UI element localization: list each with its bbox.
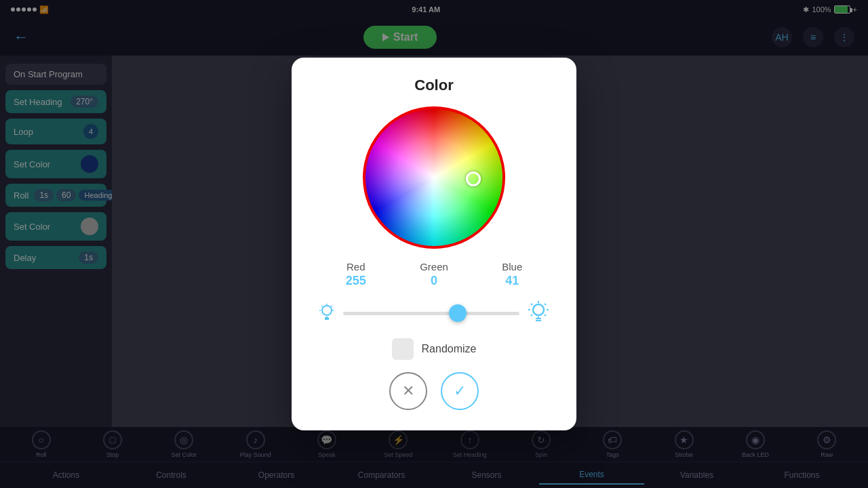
dim-icon [319, 303, 335, 323]
red-value: 255 [346, 274, 366, 288]
dim-bulb-svg [319, 303, 335, 323]
modal-title: Color [414, 77, 453, 94]
rgb-labels: Red 255 Green 0 Blue 41 [312, 261, 556, 288]
color-modal: Color [292, 58, 576, 430]
svg-line-18 [545, 304, 546, 305]
brightness-slider[interactable] [343, 312, 519, 315]
color-wheel-container[interactable] [363, 106, 505, 249]
randomize-label: Randomize [422, 343, 477, 355]
slider-thumb[interactable] [449, 304, 467, 322]
bright-bulb-svg [528, 300, 549, 326]
color-wheel[interactable] [363, 106, 505, 249]
green-label: Green [420, 261, 448, 272]
svg-line-15 [531, 304, 532, 305]
svg-line-20 [545, 314, 546, 316]
bright-icon [528, 300, 549, 326]
svg-line-9 [332, 306, 333, 307]
green-value: 0 [431, 274, 437, 288]
color-wheel-cursor[interactable] [466, 171, 481, 186]
blue-label: Blue [502, 261, 522, 272]
cancel-button[interactable]: ✕ [389, 372, 427, 410]
svg-line-19 [531, 314, 532, 316]
svg-line-6 [321, 306, 323, 307]
svg-point-1 [322, 306, 332, 315]
randomize-row: Randomize [392, 338, 477, 360]
svg-point-10 [533, 304, 544, 315]
randomize-checkbox[interactable] [392, 338, 414, 360]
red-label: Red [347, 261, 366, 272]
rgb-red: Red 255 [346, 261, 366, 288]
rgb-blue: Blue 41 [502, 261, 522, 288]
blue-value: 41 [505, 274, 519, 288]
action-buttons: ✕ ✓ [389, 372, 479, 410]
modal-overlay: Color [0, 0, 868, 488]
rgb-green: Green 0 [420, 261, 448, 288]
slider-row [312, 300, 556, 326]
confirm-button[interactable]: ✓ [441, 372, 479, 410]
